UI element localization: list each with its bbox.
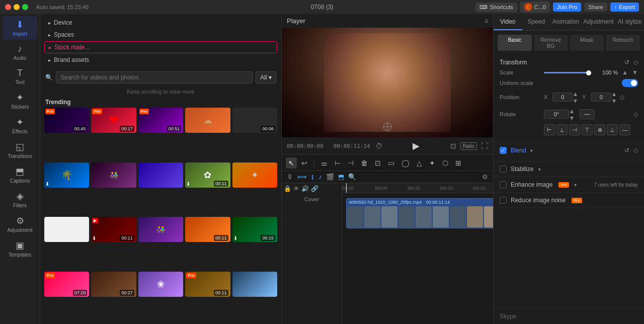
eye-button[interactable]: 👁	[293, 185, 299, 192]
subtab-mask[interactable]: Mask	[570, 35, 604, 51]
audio-button[interactable]: ♪	[317, 172, 323, 182]
reduce-noise-checkbox[interactable]	[500, 197, 507, 204]
subtab-remove-bg[interactable]: Remove BG	[534, 35, 568, 51]
trim-left-button[interactable]: ⊢	[332, 157, 343, 169]
keyframe-blend-button[interactable]: ◇	[633, 147, 638, 154]
tab-speed[interactable]: Speed	[522, 14, 551, 30]
player-menu-icon[interactable]: ≡	[485, 18, 488, 25]
media-item[interactable]: Pro 07:20	[44, 272, 89, 297]
nav-item-spaces[interactable]: ▸ Spaces	[44, 29, 277, 40]
scale-down-button[interactable]: ▼	[632, 69, 638, 76]
ratio-badge[interactable]: Ratio	[460, 142, 477, 150]
timeline-main[interactable]: 00:00 |00:05 |00:10 |00:15 |00:20 |00:25…	[342, 183, 493, 324]
reset-rotate-button[interactable]: ◇	[633, 111, 638, 118]
tab-adjustment[interactable]: Adjustment	[581, 14, 615, 30]
x-down-button[interactable]: ▾	[574, 97, 577, 104]
join-pro-button[interactable]: Join Pro	[553, 3, 581, 12]
media-item[interactable]: 👫	[138, 217, 183, 242]
diamond-button[interactable]: ⬡	[440, 157, 451, 169]
select-tool-button[interactable]: ↖	[286, 157, 297, 169]
media-item[interactable]: 00:06	[232, 108, 277, 133]
caption-button[interactable]: ⬒	[337, 172, 345, 182]
share-button[interactable]: Share	[584, 3, 607, 12]
toolbar-item-text[interactable]: T Text	[3, 65, 37, 88]
y-input[interactable]	[591, 93, 611, 102]
playhead[interactable]	[346, 183, 347, 193]
toolbar-item-filters[interactable]: ◈ Filters	[3, 188, 37, 211]
fullscreen-button[interactable]: ⛶	[481, 142, 488, 150]
x-up-button[interactable]: ▴	[574, 90, 577, 97]
delete-button[interactable]: 🗑	[358, 157, 370, 169]
maximize-button[interactable]	[22, 4, 28, 10]
align-left-button[interactable]: ⊢	[544, 124, 555, 135]
toolbar-item-audio[interactable]: ♪ Audio	[3, 41, 37, 64]
media-item[interactable]: ✿ 00:11 ⬇	[185, 163, 230, 188]
flip-button[interactable]: —	[580, 109, 595, 119]
video-button[interactable]: 🎬	[325, 172, 335, 182]
link-button[interactable]: 🔗	[311, 185, 318, 192]
scale-slider[interactable]	[544, 72, 589, 73]
media-item[interactable]	[232, 272, 277, 297]
uniform-scale-toggle[interactable]	[622, 79, 638, 87]
split2-button[interactable]: ⫿	[310, 172, 315, 182]
timeline-icon-button[interactable]: ⏱	[375, 142, 382, 150]
blend-checkbox[interactable]: ✓	[500, 147, 507, 154]
close-button[interactable]	[5, 4, 11, 10]
pen-button[interactable]: △	[414, 157, 425, 169]
media-item[interactable]: Pro 00:17 ❤	[91, 108, 136, 133]
toolbar-item-captions[interactable]: ⬒ Captions	[3, 163, 37, 187]
media-item[interactable]: ❀	[138, 272, 183, 297]
nav-item-stock[interactable]: ▸ Stock mate...	[44, 41, 277, 53]
media-item[interactable]: 00:15 ⬇	[232, 217, 277, 242]
y-down-button[interactable]: ▾	[612, 97, 616, 104]
circle-button[interactable]: ◯	[399, 157, 412, 169]
split-button[interactable]: ⚌	[318, 157, 330, 169]
subtab-retouch[interactable]: Retouch	[606, 35, 640, 51]
audio-track-button[interactable]: 🔊	[301, 185, 309, 192]
zoom-out-button[interactable]: 🔍	[347, 172, 357, 182]
mic-button[interactable]: 🎙	[286, 172, 294, 182]
all-filter-button[interactable]: All ▾	[256, 71, 276, 84]
nav-item-device[interactable]: ▸ Device	[44, 17, 277, 28]
reset-position-button[interactable]: ◇	[620, 94, 624, 101]
subtab-basic[interactable]: Basic	[498, 35, 532, 51]
shortcuts-button[interactable]: ⌨ Shortcuts	[475, 3, 517, 12]
keyframe-transform-button[interactable]: ◇	[633, 59, 638, 66]
media-item[interactable]	[44, 217, 89, 242]
crop-button[interactable]: ⊡	[372, 157, 383, 169]
media-item[interactable]: 👫	[91, 163, 136, 188]
media-item[interactable]: ☁	[185, 108, 230, 133]
media-item[interactable]: 🌴 ⬇	[44, 163, 89, 188]
keyframe-button[interactable]: ⟺	[296, 172, 308, 182]
media-item[interactable]: 00:11	[185, 217, 230, 242]
video-track[interactable]: 4089582-hd_1920_1080_25fps.mp4 00:00:11:…	[346, 198, 493, 228]
toolbar-item-adjustment[interactable]: ⚙ Adjustment	[3, 212, 37, 236]
undo-button[interactable]: ↩	[299, 157, 310, 169]
search-input[interactable]	[56, 71, 253, 84]
enhance-checkbox[interactable]	[500, 181, 507, 188]
play-button[interactable]: ▶	[413, 140, 420, 151]
reset-blend-button[interactable]: ↺	[624, 147, 629, 154]
media-item[interactable]: Pro 00:11	[185, 272, 230, 297]
media-item[interactable]: ▶ 00:11 ⬇	[91, 217, 136, 242]
media-item[interactable]: Pro 00:45	[44, 108, 89, 133]
align-hcenter-button[interactable]: ⊕	[594, 124, 605, 135]
toolbar-item-templates[interactable]: ▣ Templates	[3, 237, 37, 261]
stabilize-checkbox[interactable]	[500, 166, 507, 173]
star-button[interactable]: ✦	[427, 157, 438, 169]
reset-transform-button[interactable]: ↺	[624, 59, 629, 66]
align-top-button[interactable]: ⊤	[582, 124, 593, 135]
lock-button[interactable]: 🔒	[284, 185, 291, 192]
toolbar-item-stickers[interactable]: ✦ Stickers	[3, 89, 37, 113]
align-extra-button[interactable]: —	[619, 124, 630, 135]
rotate-up-button[interactable]: ▴	[570, 107, 574, 114]
media-item[interactable]: Pro 00:51	[138, 108, 183, 133]
rotate-input[interactable]	[544, 110, 569, 119]
toolbar-item-import[interactable]: ⬇ Import	[3, 16, 37, 40]
x-input[interactable]	[552, 93, 573, 102]
fullscreen-fit-button[interactable]: ⊡	[450, 142, 456, 150]
scale-up-button[interactable]: ▲	[622, 69, 628, 76]
profile-button[interactable]: C C...0	[520, 2, 550, 13]
rectangle-button[interactable]: ▭	[385, 157, 397, 169]
minimize-button[interactable]	[14, 4, 20, 10]
